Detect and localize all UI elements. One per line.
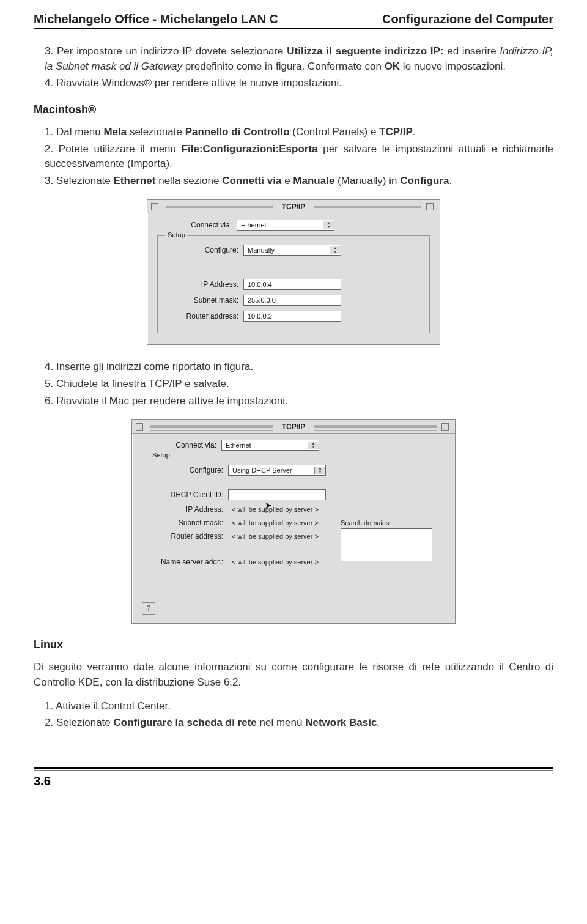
header-right: Configurazione del Computer: [382, 12, 553, 26]
setup-fieldset: Setup Configure: Manually IP Address: 10…: [157, 235, 430, 333]
mac-item-3: 3. Selezionate Ethernet nella sezione Co…: [45, 174, 553, 189]
configure-select[interactable]: Manually: [243, 245, 341, 256]
name-server-value: < will be supplied by server >: [228, 558, 319, 566]
configure-label: Configure:: [149, 466, 228, 475]
mac-item-6: 6. Riavviate il Mac per rendere attive l…: [45, 394, 553, 409]
configure-label: Configure:: [164, 246, 243, 254]
router-address-value: < will be supplied by server >: [228, 533, 319, 540]
header-left: Michelangelo Office - Michelangelo LAN C: [34, 12, 278, 26]
titlebar-stripes: [314, 423, 437, 431]
close-icon[interactable]: [136, 423, 143, 431]
chevron-updown-icon[interactable]: [330, 246, 341, 254]
close-icon[interactable]: [151, 203, 158, 210]
chevron-updown-icon[interactable]: [308, 442, 319, 449]
router-address-label: Router address:: [149, 532, 228, 541]
ip-address-label: IP Address:: [164, 280, 243, 289]
linux-intro: Di seguito verranno date alcune informaz…: [34, 660, 553, 690]
intro-item-3: 3. Per impostare un indirizzo IP dovete …: [45, 44, 553, 74]
connect-via-label: Connect via:: [142, 441, 221, 449]
ip-address-label: IP Address:: [149, 505, 228, 514]
mac-item-4: 4. Inserite gli indirizzi come riportato…: [45, 360, 553, 375]
chevron-updown-icon[interactable]: [323, 221, 334, 229]
connect-via-select[interactable]: Ethernet: [221, 440, 319, 451]
window-title: TCP/IP: [278, 202, 309, 211]
page-header: Michelangelo Office - Michelangelo LAN C…: [34, 12, 553, 29]
search-domains-input[interactable]: [341, 528, 432, 561]
router-address-input[interactable]: 10.0.0.2: [243, 311, 341, 322]
setup-fieldset: Setup Configure: Using DHCP Server ➤ DHC…: [142, 456, 445, 596]
titlebar-stripes: [314, 203, 421, 210]
mac-item-5: 5. Chiudete la finestra TCP/IP e salvate…: [45, 377, 553, 392]
ip-address-value: < will be supplied by server >: [228, 506, 319, 513]
collapse-icon[interactable]: [441, 423, 449, 431]
setup-legend: Setup: [150, 451, 172, 459]
mac-item-1: 1. Dal menu Mela selezionate Pannello di…: [45, 125, 553, 140]
titlebar[interactable]: TCP/IP: [147, 200, 440, 213]
tcpip-window-manual: TCP/IP Connect via: Ethernet Setup Confi…: [147, 199, 440, 345]
page-footer: 3.6: [34, 767, 553, 788]
linux-item-2: 2. Selezionate Configurare la scheda di …: [45, 715, 553, 731]
intro-item-4: 4. Riavviate Windows® per rendere attive…: [45, 76, 553, 91]
titlebar-stripes: [150, 423, 273, 431]
ip-address-input[interactable]: 10.0.0.4: [243, 279, 341, 290]
mac-item-2: 2. Potete utilizzare il menu File:Config…: [45, 142, 553, 172]
window-title: TCP/IP: [278, 423, 309, 431]
configure-select[interactable]: Using DHCP Server: [228, 465, 326, 476]
chevron-updown-icon[interactable]: [314, 467, 325, 474]
linux-item-1: 1. Attivate il Control Center.: [45, 699, 553, 714]
collapse-icon[interactable]: [426, 203, 434, 210]
search-domains-group: Search domains:: [341, 519, 432, 561]
page-number: 3.6: [34, 774, 553, 788]
dhcp-client-id-input[interactable]: [228, 489, 326, 500]
linux-heading: Linux: [34, 638, 553, 651]
router-address-label: Router address:: [164, 312, 243, 320]
name-server-label: Name server addr.:: [149, 558, 228, 566]
macintosh-heading: Macintosh®: [34, 103, 553, 116]
tcpip-window-dhcp: TCP/IP Connect via: Ethernet Setup Confi…: [131, 419, 456, 624]
connect-via-label: Connect via:: [157, 221, 237, 229]
list-num: 3.: [45, 45, 53, 57]
help-icon[interactable]: ?: [142, 602, 155, 615]
subnet-mask-label: Subnet mask:: [164, 296, 243, 305]
search-domains-label: Search domains:: [341, 519, 432, 527]
subnet-mask-label: Subnet mask:: [149, 519, 228, 527]
subnet-mask-value: < will be supplied by server >: [228, 519, 319, 527]
setup-legend: Setup: [165, 231, 188, 238]
dhcp-client-id-label: DHCP Client ID:: [149, 490, 228, 499]
subnet-mask-input[interactable]: 255.0.0.0: [243, 295, 341, 306]
titlebar-stripes: [166, 203, 273, 210]
list-num: 4.: [45, 77, 53, 89]
connect-via-select[interactable]: Ethernet: [237, 220, 334, 231]
titlebar[interactable]: TCP/IP: [132, 420, 455, 434]
